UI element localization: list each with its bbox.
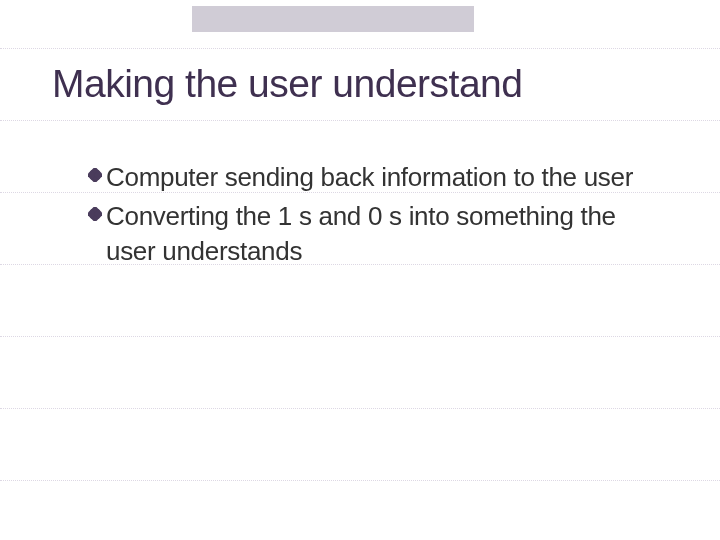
- diamond-bullet-icon: [88, 168, 102, 182]
- list-item: Converting the 1 s and 0 s into somethin…: [88, 199, 660, 269]
- slide-content: Computer sending back information to the…: [88, 160, 660, 273]
- slide-title: Making the user understand: [52, 62, 522, 106]
- dotted-grid: [0, 40, 720, 540]
- top-bar: [0, 0, 720, 36]
- list-item: Computer sending back information to the…: [88, 160, 660, 195]
- top-bar-accent: [192, 6, 474, 32]
- bullet-text: Converting the 1 s and 0 s into somethin…: [106, 199, 660, 269]
- bullet-text: Computer sending back information to the…: [106, 160, 633, 195]
- diamond-bullet-icon: [88, 207, 102, 221]
